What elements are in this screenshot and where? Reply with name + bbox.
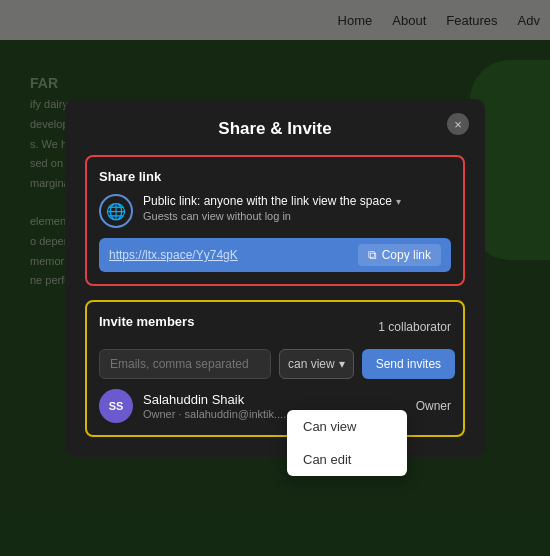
copy-icon: ⧉	[368, 248, 377, 262]
member-name: Salahuddin Shaik	[143, 392, 406, 407]
link-desc-sub: Guests can view without log in	[143, 210, 451, 222]
share-link-label: Share link	[99, 169, 451, 184]
invite-members-section: Invite members 1 collaborator can view ▾…	[85, 300, 465, 437]
permission-dropdown[interactable]: Can view Can edit	[287, 410, 407, 476]
dropdown-item-can-edit[interactable]: Can edit	[287, 443, 407, 476]
permission-select[interactable]: can view ▾	[279, 349, 354, 379]
chevron-down-icon: ▾	[396, 196, 401, 207]
globe-icon: 🌐	[106, 202, 126, 221]
permission-label: can view	[288, 357, 335, 371]
dropdown-item-can-view[interactable]: Can view	[287, 410, 407, 443]
email-input[interactable]	[110, 350, 260, 378]
copy-link-label: Copy link	[382, 248, 431, 262]
modal-overlay: × Share & Invite Share link 🌐 Public lin…	[0, 0, 550, 556]
copy-link-button[interactable]: ⧉ Copy link	[358, 244, 441, 266]
link-url: https://ltx.space/Yy74gK	[109, 248, 350, 262]
globe-icon-wrap: 🌐	[99, 194, 133, 228]
close-icon: ×	[454, 117, 462, 132]
invite-header: Invite members 1 collaborator	[99, 314, 451, 339]
avatar: SS	[99, 389, 133, 423]
collaborator-count: 1 collaborator	[378, 320, 451, 334]
close-button[interactable]: ×	[447, 113, 469, 135]
link-description: Public link: anyone with the link view t…	[143, 194, 451, 222]
invite-input-row: can view ▾ Send invites	[99, 349, 451, 379]
modal-title: Share & Invite	[85, 119, 465, 139]
member-role: Owner	[416, 399, 451, 413]
link-desc-main: Public link: anyone with the link view t…	[143, 194, 451, 208]
send-invites-button[interactable]: Send invites	[362, 349, 455, 379]
invite-members-label: Invite members	[99, 314, 194, 329]
permission-chevron-icon: ▾	[339, 357, 345, 371]
share-invite-modal: × Share & Invite Share link 🌐 Public lin…	[65, 99, 485, 457]
email-input-wrap[interactable]	[99, 349, 271, 379]
link-type-label: Public link: anyone with the link view t…	[143, 194, 392, 208]
link-type-row[interactable]: 🌐 Public link: anyone with the link view…	[99, 194, 451, 228]
copy-link-row: https://ltx.space/Yy74gK ⧉ Copy link	[99, 238, 451, 272]
share-link-section: Share link 🌐 Public link: anyone with th…	[85, 155, 465, 286]
